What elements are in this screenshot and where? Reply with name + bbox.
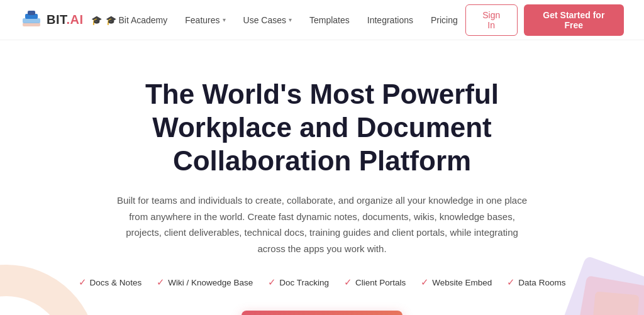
nav-use-cases[interactable]: Use Cases ▾ bbox=[236, 11, 299, 29]
hero-section: The World's Most Powerful Workplace and … bbox=[0, 40, 644, 315]
nav-pricing[interactable]: Pricing bbox=[423, 11, 465, 29]
nav-bit-academy[interactable]: 🎓 🎓 Bit Academy bbox=[84, 11, 175, 29]
badge-data-rooms: ✓ Data Rooms bbox=[507, 277, 565, 288]
svg-rect-8 bbox=[592, 292, 640, 315]
check-icon: ✓ bbox=[421, 277, 429, 288]
svg-rect-1 bbox=[23, 18, 40, 23]
feature-badges: ✓ Docs & Notes ✓ Wiki / Knowedge Base ✓ … bbox=[79, 277, 566, 288]
chevron-down-icon: ▾ bbox=[289, 16, 292, 23]
check-icon: ✓ bbox=[268, 277, 276, 288]
check-icon: ✓ bbox=[79, 277, 87, 288]
badge-website-embed: ✓ Website Embed bbox=[421, 277, 492, 288]
graduation-icon: 🎓 bbox=[91, 15, 102, 25]
navbar: BIT.AI 🎓 🎓 Bit Academy Features ▾ Use Ca… bbox=[0, 0, 644, 40]
check-icon: ✓ bbox=[344, 277, 352, 288]
check-icon: ✓ bbox=[157, 277, 165, 288]
svg-rect-3 bbox=[28, 11, 35, 15]
badge-docs-notes: ✓ Docs & Notes bbox=[79, 277, 142, 288]
logo-text: BIT.AI bbox=[47, 13, 84, 27]
navbar-actions: Sign In Get Started for Free bbox=[465, 4, 624, 36]
nav-features[interactable]: Features ▾ bbox=[177, 11, 233, 29]
nav-templates[interactable]: Templates bbox=[302, 11, 357, 29]
svg-rect-7 bbox=[576, 275, 644, 315]
check-icon: ✓ bbox=[507, 277, 515, 288]
hero-title: The World's Most Powerful Workplace and … bbox=[83, 78, 561, 177]
svg-rect-6 bbox=[556, 256, 644, 315]
badge-wiki-knowledge: ✓ Wiki / Knowedge Base bbox=[157, 277, 253, 288]
get-started-hero-button[interactable]: Get Started for Free bbox=[242, 311, 402, 315]
logo[interactable]: BIT.AI bbox=[20, 9, 84, 31]
hero-subtitle: Built for teams and individuals to creat… bbox=[114, 192, 530, 257]
get-started-nav-button[interactable]: Get Started for Free bbox=[524, 4, 624, 36]
svg-point-4 bbox=[0, 280, 82, 315]
navbar-nav: 🎓 🎓 Bit Academy Features ▾ Use Cases ▾ T… bbox=[84, 11, 465, 29]
chevron-down-icon: ▾ bbox=[223, 16, 226, 23]
nav-integrations[interactable]: Integrations bbox=[360, 11, 421, 29]
badge-client-portals: ✓ Client Portals bbox=[344, 277, 406, 288]
badge-doc-tracking: ✓ Doc Tracking bbox=[268, 277, 329, 288]
signin-button[interactable]: Sign In bbox=[465, 4, 518, 36]
